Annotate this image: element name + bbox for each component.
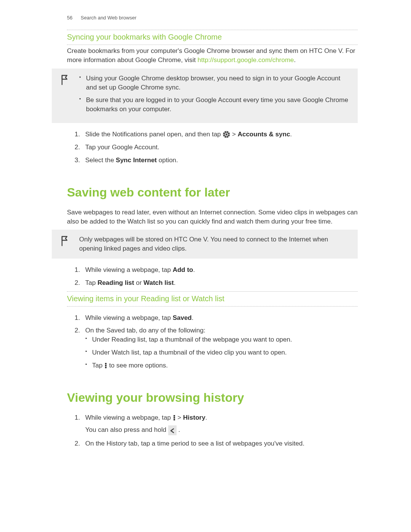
bold-label: Accounts & sync [237,131,290,138]
list-item: Under Reading list, tap a thumbnail of t… [85,335,358,344]
step-number: 1. [75,265,80,275]
step-2: 2. On the Saved tab, do any of the follo… [75,326,358,370]
step-1: 1. While viewing a webpage, tap > Histor… [75,413,358,435]
text: On the History tab, tap a time period to… [85,440,304,447]
section-name: Search and Web browser [81,15,136,21]
step-number: 1. [75,413,80,422]
text: Tap your Google Account. [85,144,159,151]
step-3: 3. Select the Sync Internet option. [75,156,358,165]
divider [67,45,358,45]
text: > [176,414,183,421]
text: or [134,279,144,286]
heading-sync-bookmarks: Syncing your bookmarks with Google Chrom… [67,32,358,42]
overflow-menu-icon [104,361,107,370]
text: . [193,266,195,273]
sub-paragraph: You can also press and hold . [85,425,358,435]
text: Tap [85,279,97,286]
page-number: 56 [67,15,72,21]
text: Tap [92,362,104,369]
bold-label: Sync Internet [116,157,157,164]
text: Select the [85,157,116,164]
divider [67,291,358,292]
heading-viewing-history: Viewing your browsing history [67,389,358,406]
text: While viewing a webpage, tap [85,414,173,421]
divider [67,306,358,307]
support-link[interactable]: http://support.google.com/chrome [198,56,294,64]
step-1: 1. While viewing a webpage, tap Add to. [75,265,358,275]
note-callout: Only webpages will be stored on HTC One … [52,230,358,259]
text: . [174,279,176,286]
list-item: Under Watch list, tap a thumbnail of the… [85,348,358,357]
step-number: 1. [75,130,80,139]
text: While viewing a webpage, tap [85,314,173,321]
heading-viewing-items: Viewing items in your Reading list or Wa… [67,293,358,304]
text: . [294,56,296,64]
text: On the Saved tab, do any of the followin… [85,327,206,334]
svg-rect-12 [105,367,107,368]
list-item: Using your Google Chrome desktop browser… [79,74,350,92]
step-number: 2. [75,439,80,448]
step-number: 2. [75,278,80,288]
step-number: 2. [75,326,80,335]
bold-label: History [183,414,206,421]
bold-label: Watch list [143,279,174,286]
list-item: Tap to see more options. [85,361,358,370]
step-2: 2. Tap Reading list or Watch list. [75,278,358,288]
bold-label: Saved [173,314,192,321]
text: Slide the Notifications panel open, and … [85,131,223,138]
text: . [192,314,194,321]
callout-text: Only webpages will be stored on HTC One … [79,235,350,253]
svg-rect-13 [174,415,175,417]
paragraph: Create bookmarks from your computer's Go… [67,46,358,65]
step-number: 2. [75,143,80,152]
running-header: 56 Search and Web browser [67,14,358,21]
step-number: 3. [75,156,80,165]
text: option. [157,157,178,164]
flag-icon [61,236,71,246]
divider [67,30,358,30]
svg-rect-11 [105,365,107,366]
step-2: 2. On the History tab, tap a time period… [75,439,358,448]
svg-rect-10 [105,363,107,364]
heading-saving-web-content: Saving web content for later [67,184,358,201]
note-callout: Using your Google Chrome desktop browser… [52,69,358,123]
overflow-menu-icon [173,413,176,422]
bold-label: Add to [173,266,193,273]
step-number: 1. [75,313,80,323]
text: You can also press and hold [85,427,168,434]
text: While viewing a webpage, tap [85,266,173,273]
text: . [290,131,292,138]
list-item: Be sure that you are logged in to your G… [79,96,350,114]
step-1: 1. Slide the Notifications panel open, a… [75,130,358,139]
gear-icon [223,130,230,139]
text: . [177,427,180,434]
step-2: 2. Tap your Google Account. [75,143,358,152]
step-1: 1. While viewing a webpage, tap Saved. [75,313,358,323]
bold-label: Reading list [97,279,134,286]
text: . [206,414,207,421]
back-icon [168,425,177,435]
paragraph: Save webpages to read later, even withou… [67,208,358,226]
svg-rect-14 [174,417,175,419]
svg-rect-15 [174,419,175,420]
page: 56 Search and Web browser Syncing your b… [0,0,411,532]
text: to see more options. [107,362,168,369]
text: > [230,131,237,138]
flag-icon [61,75,71,85]
